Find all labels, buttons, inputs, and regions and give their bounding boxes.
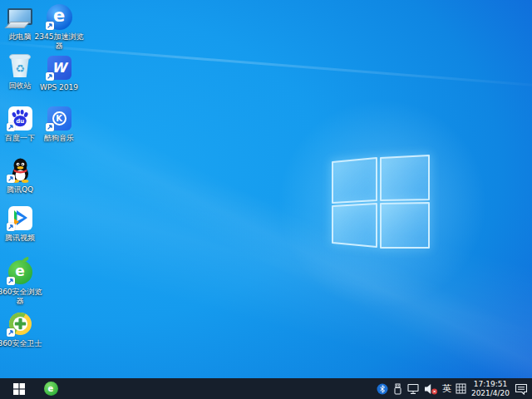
svg-text:du: du (16, 118, 24, 125)
icon-label: 百度一下 (5, 134, 35, 143)
taskbar: e 英 (0, 378, 532, 399)
icon-label: 腾讯视频 (5, 234, 35, 243)
360-safeguard-icon (7, 310, 33, 337)
recycle-bin-icon: ♻ (7, 52, 33, 79)
ime-mode-icon[interactable] (456, 378, 466, 399)
usb-device-tray-icon[interactable] (392, 378, 403, 399)
icon-label: WPS 2019 (40, 83, 78, 92)
icon-label: 360安全卫士 (0, 339, 42, 348)
shortcut-arrow-icon (46, 22, 54, 30)
360-browser-icon: e (7, 259, 33, 285)
360-browser-taskbar-icon: e (44, 382, 58, 396)
bluetooth-tray-icon[interactable] (377, 378, 388, 399)
icon-label: 此电脑 (9, 32, 32, 42)
desktop-icon-kugou-music[interactable]: K 酷狗音乐 (32, 105, 86, 143)
kugou-music-icon: K (46, 105, 72, 131)
system-tray: 英 17:19:51 2021/4/20 (377, 378, 532, 399)
shortcut-arrow-icon (7, 223, 15, 231)
desktop-icon-2345-browser[interactable]: e 2345加速浏览器 (32, 3, 86, 51)
icon-label: 360安全浏览器 (0, 288, 46, 306)
action-center-icon (515, 383, 528, 395)
shortcut-arrow-icon (7, 277, 15, 285)
desktop-icon-wps-2019[interactable]: W WPS 2019 (32, 54, 86, 92)
clock-time: 17:19:51 (470, 380, 510, 389)
language-indicator[interactable]: 英 (442, 378, 451, 399)
wps-2019-icon: W (46, 54, 72, 81)
icon-label: 酷狗音乐 (44, 134, 74, 143)
desktop-icon-360-browser[interactable]: e 360安全浏览器 (0, 259, 47, 306)
desktop-icon-tencent-qq[interactable]: 腾讯QQ (0, 156, 47, 195)
tencent-video-icon (7, 204, 33, 231)
action-center-button[interactable] (515, 378, 528, 399)
desktop-icon-tencent-video[interactable]: 腾讯视频 (0, 204, 47, 243)
clock-date: 2021/4/20 (470, 389, 510, 398)
shortcut-arrow-icon (46, 72, 54, 81)
shortcut-arrow-icon (7, 175, 15, 183)
desktop-wallpaper[interactable]: 此电脑 e 2345加速浏览器 ♻ 回收站 W WPS 2019 (0, 0, 532, 399)
icon-label: 回收站 (9, 81, 32, 91)
windows-logo-icon (13, 383, 25, 395)
this-pc-icon (7, 3, 33, 30)
taskbar-app-360-browser[interactable]: e (38, 378, 63, 399)
start-button[interactable] (0, 378, 38, 399)
desktop-icon-360-safeguard[interactable]: 360安全卫士 (0, 310, 47, 348)
shortcut-arrow-icon (7, 328, 15, 337)
baidu-icon: du (7, 105, 33, 131)
icon-label: 2345加速浏览器 (33, 32, 85, 51)
shortcut-arrow-icon (7, 123, 15, 131)
tencent-qq-icon (7, 156, 33, 183)
wallpaper-windows-logo (330, 154, 431, 252)
2345-browser-icon: e (46, 3, 72, 30)
shortcut-arrow-icon (46, 123, 54, 131)
taskbar-clock[interactable]: 17:19:51 2021/4/20 (470, 380, 510, 397)
network-tray-icon[interactable] (407, 378, 420, 399)
icon-label: 腾讯QQ (7, 185, 33, 195)
volume-muted-tray-icon[interactable] (424, 378, 438, 399)
